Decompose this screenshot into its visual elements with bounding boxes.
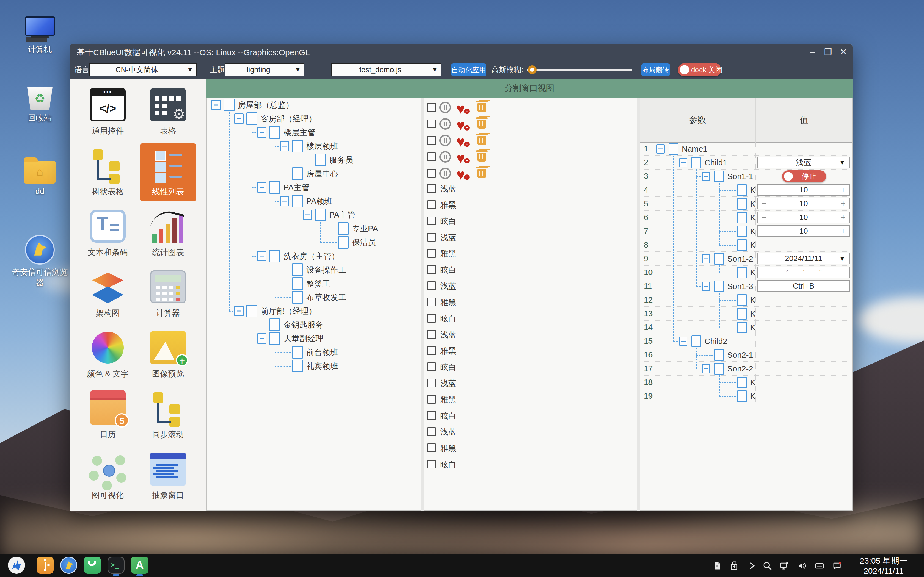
theme-select[interactable]: lighting ▼ (225, 63, 304, 76)
trash-icon[interactable] (477, 103, 486, 112)
table-row[interactable]: 12 (640, 293, 853, 307)
tree-node[interactable]: 保洁员 (207, 235, 421, 249)
minimize-button[interactable]: – (805, 44, 820, 61)
tree-checkbox[interactable] (292, 195, 303, 208)
trash-icon[interactable] (477, 120, 486, 129)
tree-node[interactable]: PA主管 (207, 208, 421, 222)
tree-node[interactable]: 房屋部（总监） (207, 98, 421, 112)
list-checkbox[interactable] (427, 395, 436, 404)
layout-flip-button[interactable]: 布局翻转 (641, 63, 670, 76)
pause-icon[interactable] (439, 118, 451, 130)
tray-volume-icon[interactable] (797, 561, 807, 571)
list-item[interactable]: 眩白 (424, 410, 637, 422)
list-item[interactable]: 浅蓝 (424, 377, 637, 389)
table-row[interactable]: 6−10+ (640, 211, 853, 224)
desktop-icon-computer[interactable]: 计算机 (11, 16, 69, 55)
tree-node[interactable]: 大堂副经理 (207, 332, 421, 345)
list-item[interactable]: 眩白 (424, 458, 637, 471)
taskbar-app-browser[interactable] (60, 554, 78, 577)
list-checkbox[interactable] (427, 298, 436, 306)
sidebar-item-calc[interactable]: 计算器 (140, 265, 196, 322)
tree-checkbox[interactable] (315, 208, 326, 221)
titlebar[interactable]: 基于CBlueUI数据可视化 v24.11 --OS: Linux --Grap… (69, 44, 853, 61)
taskbar-app-terminal[interactable] (107, 554, 125, 577)
table-row[interactable]: 92024/11/11▼ (640, 252, 853, 266)
tree-checkbox[interactable] (315, 153, 326, 166)
heart-add-icon[interactable] (456, 118, 470, 131)
table-row[interactable]: 19 (640, 389, 853, 403)
tree-checkbox[interactable] (269, 250, 280, 263)
list-checkbox[interactable] (427, 265, 436, 274)
tree-expander[interactable] (257, 127, 267, 138)
tree-expander[interactable] (234, 113, 244, 124)
tree-checkbox[interactable] (292, 263, 303, 276)
pause-icon[interactable] (439, 102, 451, 113)
list-item[interactable]: 浅蓝 (424, 183, 637, 195)
list-checkbox[interactable] (427, 346, 436, 355)
tree-checkbox[interactable] (338, 236, 349, 249)
dock-toggle[interactable]: dock 关闭 (678, 63, 721, 76)
tree-node[interactable]: 服务员 (207, 153, 421, 167)
list-checkbox[interactable] (427, 379, 436, 387)
tree-expander[interactable] (234, 306, 244, 316)
sidebar-item-table[interactable]: 表格 (140, 83, 196, 140)
list-checkbox[interactable] (427, 216, 436, 225)
list-item[interactable]: 浅蓝 (424, 280, 637, 292)
tree-checkbox[interactable] (269, 318, 280, 331)
sidebar-item-widgets[interactable]: 通用控件 (80, 83, 136, 140)
table-row[interactable]: 11Ctrl+B (640, 279, 853, 293)
tree-node[interactable]: PA领班 (207, 194, 421, 208)
table-row[interactable]: 3停止 (640, 169, 853, 183)
tree-node[interactable]: 专业PA (207, 222, 421, 235)
pause-icon[interactable] (439, 151, 451, 163)
heart-add-icon[interactable] (456, 135, 470, 147)
tree-expander[interactable] (280, 196, 289, 206)
table-row[interactable]: 17 (640, 362, 853, 376)
sidebar-item-treetable[interactable]: 树状表格 (80, 143, 136, 201)
tree-checkbox[interactable] (224, 98, 234, 111)
desktop-icon-folder[interactable]: dd (11, 161, 69, 197)
tree-checkbox[interactable] (269, 126, 280, 139)
value-toggle-stop[interactable]: 停止 (782, 170, 826, 182)
tree-expander[interactable] (257, 333, 267, 344)
tree-checkbox[interactable] (269, 181, 280, 194)
list-item[interactable]: 浅蓝 (424, 231, 637, 243)
value-spinner[interactable]: −10+ (758, 225, 850, 237)
list-item[interactable]: 浅蓝 (424, 426, 637, 438)
pause-icon[interactable] (439, 135, 451, 146)
list-item[interactable]: 雅黑 (424, 199, 637, 211)
sidebar-item-chart[interactable]: 统计图表 (140, 204, 196, 262)
pause-icon[interactable] (439, 168, 451, 179)
list-item[interactable]: 雅黑 (424, 296, 637, 308)
spinner-minus[interactable]: − (758, 198, 770, 209)
sidebar-item-image[interactable]: 图像预览 (140, 326, 196, 383)
list-item[interactable]: 眩白 (424, 215, 637, 227)
tree-expander[interactable] (303, 210, 312, 220)
tree-checkbox[interactable] (246, 112, 257, 125)
heart-add-icon[interactable] (456, 102, 470, 114)
tray-search-icon[interactable] (762, 561, 772, 571)
tree-node[interactable]: 布草收发工 (207, 290, 421, 304)
list-checkbox[interactable] (427, 443, 436, 452)
list-checkbox[interactable] (427, 119, 436, 128)
desktop-icon-browser[interactable]: 奇安信可信浏览器 (11, 235, 69, 288)
tree-checkbox[interactable] (292, 140, 303, 153)
list-checkbox[interactable] (427, 169, 436, 178)
list-action-row[interactable] (424, 101, 637, 114)
sidebar-item-graph[interactable]: 图可视化 (80, 447, 136, 505)
tree-node[interactable]: 金钥匙服务 (207, 318, 421, 332)
spinner-plus[interactable]: + (837, 226, 849, 236)
table-row[interactable]: 18 (640, 376, 853, 389)
tree-node[interactable]: 洗衣房（主管） (207, 249, 421, 263)
tray-display-icon[interactable] (779, 561, 789, 571)
list-checkbox[interactable] (427, 314, 436, 322)
tray-document-icon[interactable] (712, 561, 722, 571)
list-checkbox[interactable] (427, 233, 436, 242)
spinner-plus[interactable]: + (837, 198, 849, 209)
heart-add-icon[interactable] (456, 168, 470, 180)
list-item[interactable]: 眩白 (424, 361, 637, 373)
list-item[interactable]: 眩白 (424, 264, 637, 276)
tree-node[interactable]: 礼宾领班 (207, 359, 421, 373)
value-dms-input[interactable]: ° ′ ″ (758, 266, 850, 278)
list-item[interactable]: 雅黑 (424, 393, 637, 406)
